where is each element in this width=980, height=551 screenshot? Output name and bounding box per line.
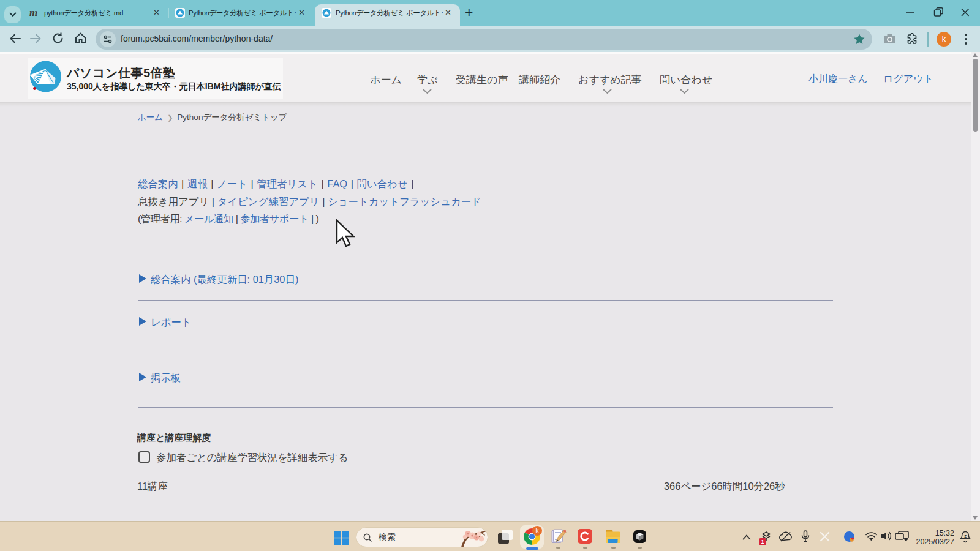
svg-text:z: z <box>964 533 967 539</box>
